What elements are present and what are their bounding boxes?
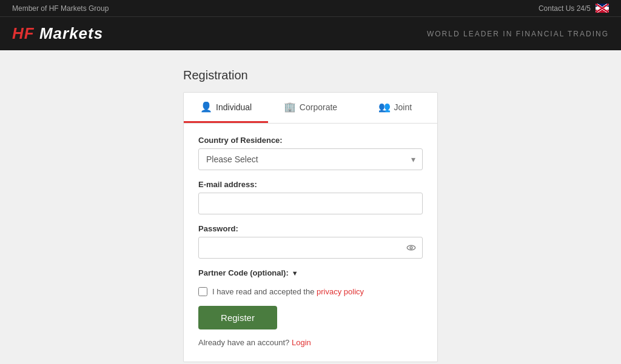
logo-rest: Markets bbox=[35, 24, 104, 42]
country-select-wrapper: Please Select bbox=[198, 148, 423, 170]
partner-code-label: Partner Code (optional): bbox=[198, 268, 289, 277]
country-group: Country of Residence: Please Select bbox=[198, 136, 423, 170]
email-input[interactable] bbox=[198, 193, 423, 214]
joint-icon: 👥 bbox=[378, 101, 391, 113]
privacy-link[interactable]: privacy policy bbox=[317, 287, 364, 296]
password-input[interactable] bbox=[198, 237, 423, 259]
login-link[interactable]: Login bbox=[292, 338, 311, 347]
individual-icon: 👤 bbox=[200, 101, 212, 113]
main-content: Registration 👤 Individual 🏢 Corporate 👥 … bbox=[0, 50, 621, 364]
logo-f: F bbox=[24, 24, 35, 42]
register-button[interactable]: Register bbox=[198, 306, 277, 329]
registration-container: Registration 👤 Individual 🏢 Corporate 👥 … bbox=[183, 68, 438, 362]
privacy-checkbox-row: I have read and accepted the privacy pol… bbox=[198, 287, 423, 296]
toggle-password-button[interactable] bbox=[406, 242, 417, 253]
tab-individual-label: Individual bbox=[216, 102, 252, 112]
email-label: E-mail address: bbox=[198, 180, 423, 189]
tab-corporate-label: Corporate bbox=[300, 102, 337, 112]
tabs: 👤 Individual 🏢 Corporate 👥 Joint bbox=[184, 93, 437, 124]
country-select[interactable]: Please Select bbox=[198, 148, 423, 170]
login-line: Already have an account? Login bbox=[198, 338, 423, 347]
uk-flag-icon bbox=[596, 4, 609, 13]
privacy-checkbox[interactable] bbox=[198, 287, 207, 296]
contact-text: Contact Us 24/5 bbox=[539, 4, 591, 13]
tab-individual[interactable]: 👤 Individual bbox=[184, 93, 268, 123]
logo: HF Markets bbox=[12, 24, 103, 43]
tab-corporate[interactable]: 🏢 Corporate bbox=[268, 93, 352, 123]
tagline: WORLD LEADER IN FINANCIAL TRADING bbox=[427, 30, 609, 38]
registration-card: 👤 Individual 🏢 Corporate 👥 Joint Country… bbox=[183, 92, 438, 362]
partner-code-arrow-icon: ▼ bbox=[292, 270, 298, 277]
form-body: Country of Residence: Please Select E-ma… bbox=[184, 124, 437, 347]
password-wrapper bbox=[198, 237, 423, 259]
member-text: Member of HF Markets Group bbox=[12, 4, 109, 13]
email-group: E-mail address: bbox=[198, 180, 423, 214]
eye-icon bbox=[406, 242, 417, 253]
country-label: Country of Residence: bbox=[198, 136, 423, 145]
logo-h: H bbox=[12, 24, 24, 42]
top-bar-right: Contact Us 24/5 bbox=[539, 4, 609, 13]
privacy-label: I have read and accepted the privacy pol… bbox=[212, 287, 364, 296]
password-label: Password: bbox=[198, 224, 423, 233]
partner-code-toggle[interactable]: Partner Code (optional): ▼ bbox=[198, 268, 423, 277]
header: HF Markets WORLD LEADER IN FINANCIAL TRA… bbox=[0, 16, 621, 50]
already-account-text: Already have an account? bbox=[198, 338, 289, 347]
svg-point-1 bbox=[410, 247, 412, 249]
password-group: Password: bbox=[198, 224, 423, 259]
registration-title: Registration bbox=[183, 68, 438, 82]
tab-joint[interactable]: 👥 Joint bbox=[353, 93, 437, 123]
top-bar: Member of HF Markets Group Contact Us 24… bbox=[0, 0, 621, 16]
corporate-icon: 🏢 bbox=[284, 101, 296, 113]
privacy-text: I have read and accepted the bbox=[212, 287, 317, 296]
tab-joint-label: Joint bbox=[394, 102, 412, 112]
